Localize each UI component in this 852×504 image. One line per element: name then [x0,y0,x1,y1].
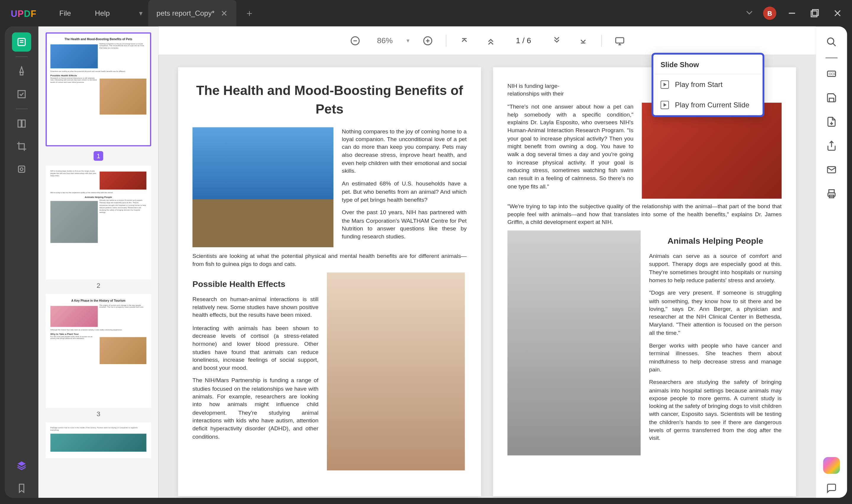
thumb-page-number: 2 [46,282,151,289]
thumb-page-number: 3 [46,410,151,417]
image-cat [193,127,334,247]
share-button[interactable] [822,136,841,155]
slideshow-popover: Slide Show Play from Start Play from Cur… [651,53,764,117]
svg-rect-2 [811,11,817,17]
thumbnail-2[interactable]: NIH is funding large studies to find out… [46,166,151,289]
export-button[interactable] [822,112,841,131]
highlight-tool[interactable] [12,62,31,81]
thumb-title: A Key Phase in the History of Tourism [50,299,146,303]
svg-rect-8 [20,72,23,75]
separator [826,58,838,58]
section-heading: Possible Health Effects [193,278,319,290]
edit-tool[interactable] [12,85,31,104]
thumb-title: The Health and Mood-Boosting Benefits of… [50,37,146,41]
ocr-button[interactable]: OCR [822,64,841,84]
image-gray-cat [508,231,641,456]
thumbnail-4[interactable]: Package tourism had its roots in the mid… [46,422,151,458]
thumbnail-panel: The Health and Mood-Boosting Benefits of… [38,26,159,498]
zoom-dropdown[interactable]: ▾ [406,37,410,44]
reader-tool[interactable] [12,33,31,52]
page-viewport[interactable]: The Health and Mood-Boosting Benefits of… [158,55,816,498]
zoom-value: 86% [373,36,397,45]
tab-list-dropdown[interactable]: ▾ [134,0,148,26]
page-1: The Health and Mood-Boosting Benefits of… [178,67,481,496]
email-button[interactable] [822,160,841,179]
zoom-in-button[interactable] [419,32,436,49]
last-page-button[interactable] [575,32,591,49]
thumbnail-1[interactable]: The Health and Mood-Boosting Benefits of… [46,33,151,161]
svg-rect-1 [812,10,818,15]
svg-line-25 [833,43,835,46]
bookmark-tool[interactable] [12,479,31,498]
thumb-page-number: 1 [93,151,103,161]
ai-assistant-button[interactable] [823,457,840,474]
organize-tool[interactable] [12,114,31,133]
app-logo: UPDF [0,8,47,18]
print-button[interactable] [822,184,841,203]
search-button[interactable] [822,33,841,52]
layers-tool[interactable] [12,456,31,475]
svg-rect-12 [18,166,24,172]
chat-button[interactable] [822,479,841,498]
titlebar: UPDF File Help ▾ pets report_Copy* ✕ ＋ B [0,0,852,26]
tab-close-icon[interactable]: ✕ [221,8,228,18]
tab-add-button[interactable]: ＋ [236,7,262,19]
separator [601,35,601,47]
security-tool[interactable] [12,159,31,179]
play-from-current[interactable]: Play from Current Slide [653,95,762,115]
svg-rect-21 [615,37,623,42]
play-icon [660,80,669,89]
page-indicator[interactable]: 1 / 6 [509,36,539,45]
slideshow-button[interactable] [611,32,628,49]
svg-text:OCR: OCR [829,72,836,76]
window-menu-dropdown[interactable] [744,7,755,19]
svg-rect-11 [22,120,25,127]
next-page-button[interactable] [548,32,565,49]
prev-page-button[interactable] [482,32,499,49]
close-button[interactable] [830,6,845,20]
right-toolbar: OCR [816,26,847,498]
image-dog-cat [327,272,465,470]
thumbnail-3[interactable]: A Key Phase in the History of Tourism Th… [46,294,151,418]
svg-point-24 [828,38,834,44]
first-page-button[interactable] [456,32,472,49]
svg-rect-30 [829,190,834,193]
document-area: 86% ▾ 1 / 6 Slide Show Play from Start P… [158,26,816,498]
menu-help[interactable]: Help [83,9,122,17]
page-2: NIH is funding large-xxxxxxxxxxxxxxxxxxx… [493,67,796,496]
minimize-button[interactable] [785,6,799,20]
zoom-out-button[interactable] [346,32,363,49]
crop-tool[interactable] [12,137,31,156]
left-toolbar [5,26,38,498]
maximize-button[interactable] [808,6,822,20]
svg-point-13 [20,168,23,170]
document-toolbar: 86% ▾ 1 / 6 [158,26,816,55]
user-avatar[interactable]: B [763,6,777,20]
play-from-start[interactable]: Play from Start [653,74,762,95]
svg-rect-9 [18,90,25,97]
document-tab[interactable]: pets report_Copy* ✕ [148,0,236,26]
popover-title: Slide Show [653,55,762,74]
menu-file[interactable]: File [47,9,83,17]
section-heading: Animals Helping People [649,235,782,247]
tab-title: pets report_Copy* [157,9,215,17]
separator [16,109,28,109]
separator [446,35,446,47]
play-icon [660,101,669,109]
page-title: The Health and Mood-Boosting Benefits of… [193,82,467,119]
save-button[interactable] [822,88,841,107]
svg-rect-10 [18,120,21,127]
separator [16,56,28,57]
